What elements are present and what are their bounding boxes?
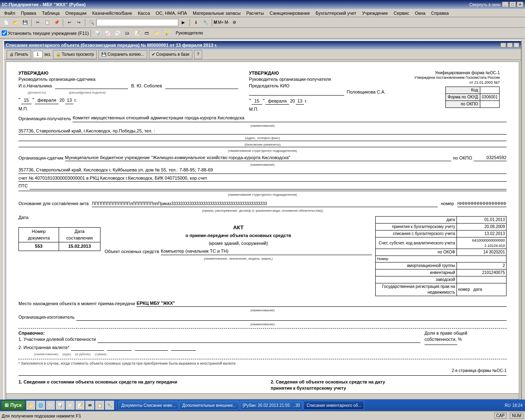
address-sdatchik-row: 357736, Ставропольский край, Кисловодск … xyxy=(18,167,507,173)
taskbar-icon3[interactable]: 🛡 xyxy=(46,401,55,410)
taskbar-icon8[interactable]: 📋 xyxy=(95,401,104,410)
save-copy-btn[interactable]: 💾 Сохранить копию... xyxy=(98,50,147,59)
doc-min-btn[interactable]: _ xyxy=(500,43,506,48)
copy-btn[interactable]: 📋 xyxy=(43,18,52,27)
taskbar-item-3[interactable]: [Рубан: 26.02.2013 21:55: ...30 xyxy=(240,401,303,410)
menu-ops[interactable]: Операции xyxy=(63,10,89,16)
menu-okna[interactable]: Окна xyxy=(412,10,428,16)
cut-btn[interactable]: ✂ xyxy=(33,18,42,27)
save-btn[interactable]: 💾 xyxy=(21,18,30,27)
h-scrollbar[interactable] xyxy=(6,393,519,399)
save-copy-icon: 💾 xyxy=(101,52,106,57)
okof-label: по ОКОФ xyxy=(376,249,457,256)
t2-btn5[interactable]: 📝 xyxy=(132,29,142,38)
taskbar-icon7[interactable]: 💻 xyxy=(85,401,94,410)
t2-btn7[interactable]: 📁 xyxy=(152,29,161,38)
mp-right: М.П. xyxy=(249,106,386,112)
save-base-btn[interactable]: ✔ Сохранить в базе xyxy=(149,50,193,59)
t2-btn6[interactable]: 🗃 xyxy=(142,29,151,38)
date-month-right: февраля xyxy=(265,98,289,105)
doc-content-area[interactable]: УТВЕРЖДАЮ Руководитель организации-сдатч… xyxy=(6,62,519,399)
redo-btn[interactable]: ↪ xyxy=(74,18,83,27)
tools-btn[interactable]: 🔧 xyxy=(201,18,210,27)
solid-hr1 xyxy=(18,375,507,376)
osnova-section: Основание для составления акта ППППППППП… xyxy=(18,199,507,213)
extra-btn[interactable]: ⚙ xyxy=(230,18,239,27)
menu-buh[interactable]: Бухгалтерский учет xyxy=(313,10,359,16)
summa-label2: (сумма) xyxy=(95,352,107,356)
undo-btn[interactable]: ↩ xyxy=(65,18,74,27)
menu-os[interactable]: ОС, НМА, НПА xyxy=(153,10,189,16)
taskbar-icon2[interactable]: 🌐 xyxy=(36,401,45,410)
maximize-btn[interactable]: □ xyxy=(509,2,516,7)
taskbar-icon5[interactable]: ⚙ xyxy=(66,401,75,410)
org-sdatchik-value: Муниципальное бюджетное учреждение "Жили… xyxy=(65,155,452,161)
menu-edit[interactable]: Правка xyxy=(18,10,39,16)
print-btn[interactable]: 🖨 Печать xyxy=(7,50,31,59)
pts-label: ПТС xyxy=(18,183,28,189)
taskbar-icon1[interactable]: 📁 xyxy=(26,401,35,410)
bankovic-poluchatel-label: (банковские реквизиты) xyxy=(18,142,507,147)
t2-btn8[interactable]: 💡 xyxy=(162,29,171,38)
minimize-btn[interactable]: _ xyxy=(502,2,509,7)
naimen-str-row xyxy=(18,147,507,147)
menu-mat[interactable]: Материальные запасы xyxy=(190,10,243,16)
act-area: Номер документа Дата составления 553 15.… xyxy=(18,221,372,261)
close-btn[interactable]: × xyxy=(517,2,523,7)
podpis-line-r xyxy=(249,95,344,96)
readonly-btn[interactable]: 🔒 Только просмотр xyxy=(53,50,97,59)
t2-btn4[interactable]: 🗂 xyxy=(123,29,132,38)
menu-serv[interactable]: Сервис xyxy=(391,10,412,16)
taskbar-icon4[interactable]: 📊 xyxy=(56,401,65,410)
menu-file[interactable]: Файл xyxy=(2,10,18,16)
search-input[interactable] xyxy=(96,19,178,26)
copies-input[interactable] xyxy=(33,51,43,58)
taskbar-item-1[interactable]: Документы Списание инве... xyxy=(119,401,179,410)
main-form-body: Дата Номер документа Дата составления xyxy=(18,215,507,298)
current-org-checkbox[interactable] xyxy=(2,30,7,36)
bank-sdatchik-row xyxy=(18,191,507,191)
start-button[interactable]: ⊞ Пуск xyxy=(1,400,25,410)
naimen-label1: (наименование) xyxy=(18,123,507,128)
nomer-osnova-value: НННННННННННННННННН xyxy=(457,201,507,207)
menu-help[interactable]: Справка xyxy=(429,10,451,16)
m-plus-label: M+ xyxy=(218,20,224,25)
info-btn[interactable]: ℹ xyxy=(192,18,201,27)
menu-raschet[interactable]: Расчеты xyxy=(244,10,266,16)
mesto-value: ЕРКЦ МБУ "ЖКХ" xyxy=(137,300,507,307)
uchastniki-row: 1. Участники долевой собственности xyxy=(18,336,420,342)
search-btn[interactable]: 🔍 xyxy=(87,18,96,27)
date-day-left: 15 xyxy=(21,97,32,104)
org-sdatchik-label: Организация-сдатчик xyxy=(18,155,64,161)
date-g-left: г. xyxy=(74,97,77,103)
data-value: 01.01.2013 xyxy=(457,217,506,224)
taskbar-item-4[interactable]: Списание инвентарного об... xyxy=(304,401,364,410)
menu-bank[interactable]: Казначейство/Банк xyxy=(90,10,135,16)
paste-btn[interactable]: 📌 xyxy=(52,18,61,27)
date-month-left: февраля xyxy=(35,97,59,104)
doc-max-btn[interactable]: □ xyxy=(507,43,513,48)
menu-kassa[interactable]: Касса xyxy=(135,10,153,16)
znach-field xyxy=(71,350,104,351)
doc-close-btn[interactable]: × xyxy=(514,43,519,48)
clock: 18:24 xyxy=(512,403,523,408)
taskbar-icon9[interactable]: 🔧 xyxy=(105,401,114,410)
org-poluchatel-value: Комитет имущественных отношений админист… xyxy=(73,115,507,122)
menu-table[interactable]: Таблица xyxy=(39,10,62,16)
taskbar-icon6[interactable]: 📝 xyxy=(75,401,84,410)
fio-right: Половщикова С.А. xyxy=(347,89,386,95)
menu-bar: Файл Правка Таблица Операции Казначейств… xyxy=(0,9,525,17)
menu-uch[interactable]: Учреждение xyxy=(360,10,390,16)
rukovoditel-btn[interactable]: Руководителю xyxy=(172,29,207,38)
t2-btn3[interactable]: 📉 xyxy=(113,29,122,38)
app-title: 1С:Предприятие - МБУ "ЖКХ" (Рубан) xyxy=(2,2,86,7)
open-btn[interactable]: 📂 xyxy=(11,18,20,27)
help-btn[interactable]: ? xyxy=(194,50,202,59)
search-go-btn[interactable]: ▶ xyxy=(179,18,188,27)
t2-btn1[interactable]: 📊 xyxy=(93,29,102,38)
t2-btn2[interactable]: 📈 xyxy=(103,29,112,38)
taskbar-item-2[interactable]: Дополнительные внешние... xyxy=(179,401,239,410)
new-btn[interactable]: 📄 xyxy=(2,18,11,27)
menu-sank[interactable]: Санкционирование xyxy=(267,10,312,16)
section1-block: 1. Сведения о состоянии объекта основных… xyxy=(18,379,254,392)
